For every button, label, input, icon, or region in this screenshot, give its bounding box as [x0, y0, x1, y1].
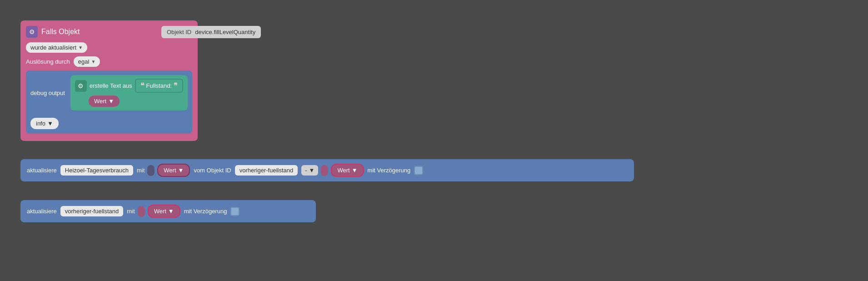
connector-icon-2 [321, 165, 328, 176]
chevron-down-icon: ▼ [47, 120, 53, 127]
ausloesung-row: Auslösung durch egal ▼ [26, 56, 192, 67]
mit-label-1: mit [137, 167, 145, 174]
aktualisiere-label-1: aktualisiere [27, 167, 57, 174]
wert-button-1[interactable]: Wert ▼ [157, 164, 190, 177]
chevron-down-icon: ▼ [108, 98, 114, 105]
fullstand-text: Fullstand: [146, 82, 172, 89]
erstelle-header: ⚙ erstelle Text aus ❝ Fullstand: ❞ [75, 79, 183, 93]
objekt-id-value: device.fillLevelQuantity [195, 29, 255, 35]
chevron-down-icon: ▼ [91, 59, 95, 64]
wert-button-2[interactable]: Wert ▼ [331, 164, 364, 177]
mit-verzoegerung-label-2: mit Verzögerung [184, 208, 227, 215]
objekt-id-block: Objekt ID device.fillLevelQuantity [161, 26, 261, 38]
erstelle-text-block: ⚙ erstelle Text aus ❝ Fullstand: ❞ Wert [70, 75, 188, 110]
chevron-down-icon: ▼ [352, 167, 358, 174]
aktualisiere-heizoel-block: aktualisiere Heizoel-Tagesverbrauch mit … [20, 159, 634, 181]
vorheriger-fuellstand-name-input: vorheriger-fuellstand [60, 206, 124, 216]
debug-header: debug output ⚙ erstelle Text aus ❝ Fulls… [30, 75, 188, 110]
debug-output-label: debug output [30, 90, 65, 96]
chevron-down-icon: ▼ [178, 167, 184, 174]
mit-verzoegerung-label-1: mit Verzögerung [368, 167, 411, 174]
close-quote-icon: ❞ [174, 81, 178, 90]
chevron-down-icon: ▼ [168, 208, 174, 215]
minus-operator-block: - ▼ [301, 165, 318, 176]
aktualisiere-vorheriger-block: aktualisiere vorheriger-fuellstand mit W… [20, 200, 316, 222]
wert-button-green[interactable]: Wert ▼ [89, 95, 120, 107]
vorheriger-fuellstand-input: vorheriger-fuellstand [235, 165, 298, 176]
main-falls-objekt-block: ⚙ Falls Objekt wurde aktualisiert ▼ Ausl… [20, 20, 198, 141]
mit-label-2: mit [127, 208, 135, 215]
heizoel-tagesverbrauch-input: Heizoel-Tagesverbrauch [60, 165, 133, 176]
info-dropdown[interactable]: info ▼ [30, 118, 59, 129]
verzoegerung-checkbox-1[interactable] [414, 166, 423, 175]
ausloesung-label: Auslösung durch [26, 58, 70, 65]
wurde-dropdown[interactable]: wurde aktualisiert ▼ [26, 42, 87, 53]
block-title: Falls Objekt [41, 28, 80, 36]
connector-icon-3 [138, 206, 145, 217]
gear-icon-green: ⚙ [75, 80, 87, 92]
connector-icon-1 [147, 165, 155, 176]
wurde-row: wurde aktualisiert ▼ [26, 42, 192, 53]
gear-icon: ⚙ [26, 26, 38, 38]
vom-objekt-id-label: vom Objekt ID [194, 167, 231, 174]
open-quote-icon: ❝ [140, 81, 145, 90]
erstelle-label: erstelle Text aus [90, 82, 132, 89]
chevron-down-icon: ▼ [78, 45, 83, 50]
egal-dropdown[interactable]: egal ▼ [74, 56, 100, 67]
aktualisiere-label-2: aktualisiere [27, 208, 57, 215]
wert-button-3[interactable]: Wert ▼ [148, 205, 180, 218]
verzoegerung-checkbox-2[interactable] [230, 207, 239, 216]
debug-block: debug output ⚙ erstelle Text aus ❝ Fulls… [26, 70, 192, 134]
quote-fullstand-block: ❝ Fullstand: ❞ [135, 79, 183, 93]
objekt-id-label: Objekt ID [167, 29, 191, 35]
chevron-down-icon: ▼ [309, 167, 315, 174]
